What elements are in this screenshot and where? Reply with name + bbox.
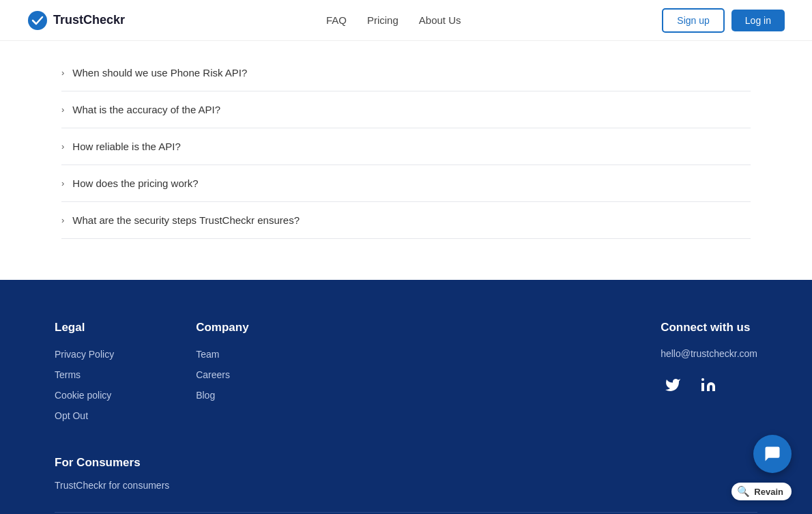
footer-legal-col: Legal Privacy Policy Terms Cookie policy… [55, 321, 114, 422]
chevron-right-icon-1: › [61, 68, 64, 78]
main-content: › When should we use Phone Risk API? › W… [0, 0, 812, 514]
chat-bubble[interactable] [753, 435, 792, 473]
chevron-right-icon-4: › [61, 178, 64, 188]
revain-search-icon: 🔍 [737, 485, 750, 498]
faq-item-2[interactable]: › What is the accuracy of the API? [61, 91, 751, 128]
list-item: Blog [196, 389, 248, 401]
footer-divider [55, 512, 757, 513]
list-item: Privacy Policy [55, 348, 114, 360]
opt-out-link[interactable]: Opt Out [55, 410, 88, 421]
twitter-icon[interactable] [661, 373, 685, 397]
footer-company-links: Team Careers Blog [196, 348, 248, 401]
signup-button[interactable]: Sign up [662, 8, 724, 33]
logo-area[interactable]: TrustCheckr [27, 10, 125, 31]
nav-actions: Sign up Log in [662, 8, 785, 33]
login-button[interactable]: Log in [731, 10, 785, 31]
social-icons [661, 373, 757, 397]
revain-badge[interactable]: 🔍 Revain [731, 483, 792, 500]
cookie-policy-link[interactable]: Cookie policy [55, 390, 111, 401]
linkedin-icon[interactable] [696, 373, 721, 397]
terms-link[interactable]: Terms [55, 369, 81, 380]
faq-question-1: When should we use Phone Risk API? [72, 67, 247, 78]
list-item: Terms [55, 369, 114, 381]
revain-label: Revain [754, 487, 783, 497]
list-item: Cookie policy [55, 389, 114, 401]
faq-item-5[interactable]: › What are the security steps TrustCheck… [61, 202, 751, 239]
nav-faq[interactable]: FAQ [326, 14, 347, 26]
logo-icon [27, 10, 48, 31]
trustcheckr-consumers-link[interactable]: TrustCheckr for consumers [55, 480, 169, 491]
footer-connect-heading: Connect with us [661, 321, 757, 334]
privacy-policy-link[interactable]: Privacy Policy [55, 349, 114, 360]
blog-link[interactable]: Blog [196, 390, 215, 401]
footer-consumers-heading: For Consumers [55, 456, 757, 470]
faq-item-3[interactable]: › How reliable is the API? [61, 128, 751, 165]
list-item: Careers [196, 369, 248, 381]
nav-pricing[interactable]: Pricing [367, 14, 398, 26]
faq-question-5: What are the security steps TrustCheckr … [72, 214, 300, 226]
footer-legal-links: Privacy Policy Terms Cookie policy Opt O… [55, 348, 114, 422]
svg-point-0 [28, 11, 47, 30]
faq-section: › When should we use Phone Risk API? › W… [34, 41, 778, 280]
faq-question-3: How reliable is the API? [72, 141, 180, 152]
svg-point-1 [701, 378, 704, 381]
footer-top: Legal Privacy Policy Terms Cookie policy… [55, 321, 757, 422]
footer-company-col: Company Team Careers Blog [196, 321, 248, 422]
nav-about[interactable]: About Us [419, 14, 461, 26]
faq-item-1[interactable]: › When should we use Phone Risk API? [61, 55, 751, 91]
header: TrustCheckr FAQ Pricing About Us Sign up… [0, 0, 812, 41]
faq-question-2: What is the accuracy of the API? [72, 104, 220, 115]
careers-link[interactable]: Careers [196, 369, 230, 380]
footer-consumers: For Consumers TrustCheckr for consumers [55, 456, 757, 491]
logo-text: TrustCheckr [53, 13, 125, 27]
footer-connect-col: Connect with us hello@trustcheckr.com [661, 321, 757, 422]
chevron-right-icon-2: › [61, 104, 64, 115]
footer-company-heading: Company [196, 321, 248, 334]
list-item: Team [196, 348, 248, 360]
faq-question-4: How does the pricing work? [72, 177, 198, 189]
footer: Legal Privacy Policy Terms Cookie policy… [0, 280, 812, 514]
chevron-right-icon-5: › [61, 215, 64, 225]
faq-item-4[interactable]: › How does the pricing work? [61, 165, 751, 202]
nav-links: FAQ Pricing About Us [326, 14, 461, 26]
list-item: Opt Out [55, 410, 114, 422]
footer-legal-heading: Legal [55, 321, 114, 334]
chevron-right-icon-3: › [61, 141, 64, 152]
team-link[interactable]: Team [196, 349, 219, 360]
footer-email: hello@trustcheckr.com [661, 348, 757, 359]
